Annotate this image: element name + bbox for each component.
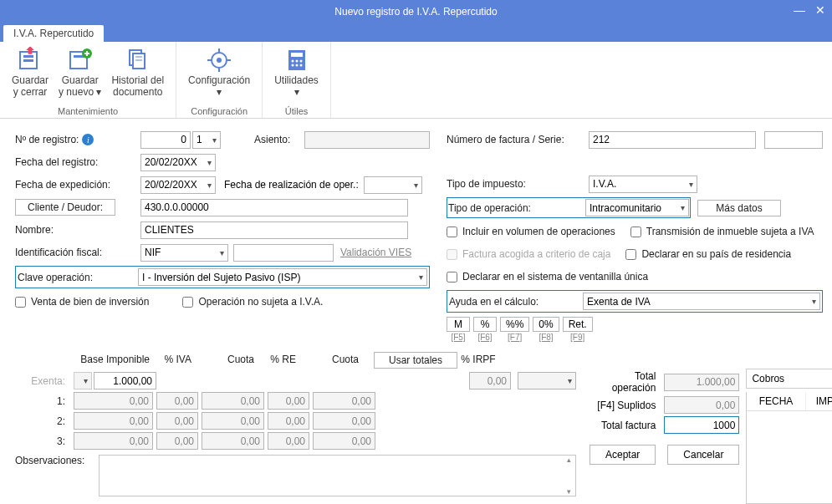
label-idfiscal: Identificación fiscal: bbox=[15, 247, 140, 258]
nregistro-input[interactable] bbox=[140, 131, 191, 149]
label-tipo-operacion: Tipo de operación: bbox=[448, 202, 585, 214]
ribbon-guardar-cerrar[interactable]: Guardar y cerrar bbox=[7, 45, 54, 104]
minimize-icon[interactable]: — bbox=[794, 3, 805, 17]
mas-datos-button[interactable]: Más datos bbox=[697, 200, 781, 216]
col-cuota: Cuota bbox=[195, 352, 258, 369]
window-titlebar: Nuevo registro de I.V.A. Repercutido — ✕ bbox=[0, 0, 832, 23]
scroll-up-icon[interactable]: ▴ bbox=[562, 456, 575, 464]
label-total-operacion: Total operación bbox=[590, 370, 656, 394]
label-total-factura: Total factura bbox=[601, 420, 656, 431]
ribbon-utilidades[interactable]: Utilidades ▾ bbox=[269, 45, 324, 104]
cliente-deudor-button[interactable]: Cliente / Deudor: bbox=[15, 199, 115, 216]
svg-point-20 bbox=[299, 60, 302, 63]
irpf-pct-select[interactable] bbox=[518, 372, 576, 389]
label-asiento: Asiento: bbox=[254, 134, 304, 145]
window-title: Nuevo registro de I.V.A. Repercutido bbox=[334, 6, 497, 18]
tipo-operacion-select[interactable]: Intracomunitario bbox=[585, 199, 689, 216]
chk-transmision[interactable]: Transmisión de inmueble sujeta a IVA bbox=[630, 226, 814, 237]
ribbon-group-utiles: Útiles bbox=[269, 104, 324, 116]
tab-iva-repercutido[interactable]: I.V.A. Repercutido bbox=[3, 25, 104, 42]
idfiscal-tipo-select[interactable]: NIF bbox=[140, 244, 228, 262]
calc-btn-zero[interactable]: 0% bbox=[533, 317, 559, 332]
save-new-icon bbox=[67, 47, 94, 74]
col-pirpf: % IRPF bbox=[457, 352, 499, 369]
col-base: Base Imponible bbox=[74, 352, 153, 369]
fecha-expedicion-select[interactable]: 20/02/20XX bbox=[140, 176, 216, 194]
label-fecha-oper: Fecha de realización de oper.: bbox=[224, 179, 359, 191]
clave-operacion-select[interactable]: I - Inversión del Sujeto Pasivo (ISP) bbox=[138, 268, 427, 286]
chk-criterio-caja: Factura acogida a criterio de caja bbox=[447, 248, 610, 260]
label-ayuda-calculo: Ayuda en el cálculo: bbox=[449, 296, 583, 308]
svg-point-21 bbox=[291, 64, 293, 67]
svg-rect-7 bbox=[133, 53, 145, 69]
svg-rect-17 bbox=[291, 53, 303, 57]
svg-point-19 bbox=[295, 60, 298, 63]
aceptar-button[interactable]: Aceptar bbox=[590, 445, 656, 465]
svg-rect-4 bbox=[74, 55, 84, 58]
save-close-icon bbox=[17, 47, 43, 74]
suplidos-input bbox=[664, 396, 739, 414]
close-icon[interactable]: ✕ bbox=[815, 3, 825, 17]
label-fecha-registro: Fecha del registro: bbox=[15, 156, 140, 168]
ribbon-historial[interactable]: Historial del documento bbox=[106, 45, 169, 104]
fecha-oper-select[interactable] bbox=[364, 176, 422, 194]
info-icon[interactable]: i bbox=[82, 134, 94, 145]
total-operacion-input bbox=[664, 374, 739, 391]
gear-icon bbox=[206, 47, 232, 74]
nregistro-series-select[interactable]: 1 bbox=[192, 131, 221, 149]
asiento-input bbox=[304, 131, 430, 149]
label-nregistro: Nº de registro:i bbox=[15, 134, 140, 146]
ribbon-group-configuracion: Configuración bbox=[183, 104, 255, 116]
col-piva: % IVA bbox=[153, 352, 195, 369]
label-clave-operacion: Clave operación: bbox=[18, 272, 138, 283]
calc-btn-pct[interactable]: % bbox=[473, 317, 497, 332]
calc-btn-m[interactable]: M bbox=[447, 317, 470, 332]
col-pre: % RE bbox=[258, 352, 299, 369]
ribbon-group-mantenimiento: Mantenimiento bbox=[7, 104, 169, 116]
cancelar-button[interactable]: Cancelar bbox=[667, 445, 739, 465]
calc-btn-pct2[interactable]: %% bbox=[500, 317, 529, 332]
label-observaciones: Observaciones: bbox=[15, 455, 99, 466]
cobros-panel: FECHA IMPORTE E bbox=[746, 392, 832, 504]
chk-no-sujeta[interactable]: Operación no sujeta a I.V.A. bbox=[182, 296, 323, 308]
chk-pais-residencia[interactable]: Declarar en su país de residencia bbox=[625, 248, 791, 260]
nfactura-serie-input[interactable] bbox=[764, 131, 823, 149]
grid-row-3: 3: bbox=[15, 432, 576, 450]
exenta-base-input[interactable] bbox=[94, 372, 156, 389]
exenta-dropdown[interactable] bbox=[74, 372, 92, 389]
idfiscal-input[interactable] bbox=[233, 244, 334, 262]
irpf-val-input bbox=[469, 372, 511, 389]
chk-ventanilla[interactable]: Declarar en el sistema de ventanilla úni… bbox=[447, 271, 648, 283]
ribbon: Guardar y cerrar Guardar y nuevo ▾ Histo… bbox=[0, 42, 832, 119]
label-suplidos[interactable]: [F4] Suplidos bbox=[597, 400, 656, 411]
cobros-body[interactable] bbox=[747, 411, 832, 503]
svg-point-22 bbox=[295, 64, 298, 67]
scroll-down-icon[interactable]: ▾ bbox=[562, 487, 575, 496]
label-tipo-impuesto: Tipo de impuesto: bbox=[447, 178, 589, 190]
label-nfactura: Número de factura / Serie: bbox=[447, 134, 589, 145]
svg-point-11 bbox=[217, 58, 222, 63]
calculator-icon bbox=[283, 47, 310, 74]
tab-strip: I.V.A. Repercutido bbox=[0, 23, 832, 42]
cobros-col-importe: IMPORTE bbox=[806, 392, 832, 410]
validacion-vies-link[interactable]: Validación VIES bbox=[340, 247, 411, 258]
nombre-input[interactable] bbox=[140, 221, 408, 239]
chk-venta-bien[interactable]: Venta de bien de inversión bbox=[15, 296, 149, 308]
total-factura-input[interactable] bbox=[664, 416, 739, 434]
chk-volumen[interactable]: Incluir en volumen de operaciones bbox=[447, 226, 615, 237]
grid-row-1: 1: bbox=[15, 392, 576, 410]
svg-point-18 bbox=[291, 60, 293, 63]
nfactura-input[interactable] bbox=[589, 131, 756, 149]
calc-btn-ret[interactable]: Ret. bbox=[563, 317, 593, 332]
tipo-impuesto-select[interactable]: I.V.A. bbox=[589, 176, 697, 193]
cobros-col-fecha: FECHA bbox=[747, 392, 805, 410]
cliente-input[interactable] bbox=[140, 199, 408, 216]
grid-row-2: 2: bbox=[15, 412, 576, 430]
usar-totales-button[interactable]: Usar totales bbox=[374, 352, 457, 369]
ribbon-guardar-nuevo[interactable]: Guardar y nuevo ▾ bbox=[54, 45, 106, 104]
calc-buttons: M[F5] %[F6] %%[F7] 0%[F8] Ret.[F9] bbox=[447, 317, 823, 342]
ayuda-calculo-select[interactable]: Exenta de IVA bbox=[583, 293, 820, 310]
observaciones-textarea[interactable]: ▴▾ bbox=[99, 455, 576, 496]
ribbon-configuracion[interactable]: Configuración ▾ bbox=[183, 45, 255, 104]
fecha-registro-select[interactable]: 20/02/20XX bbox=[140, 154, 216, 171]
